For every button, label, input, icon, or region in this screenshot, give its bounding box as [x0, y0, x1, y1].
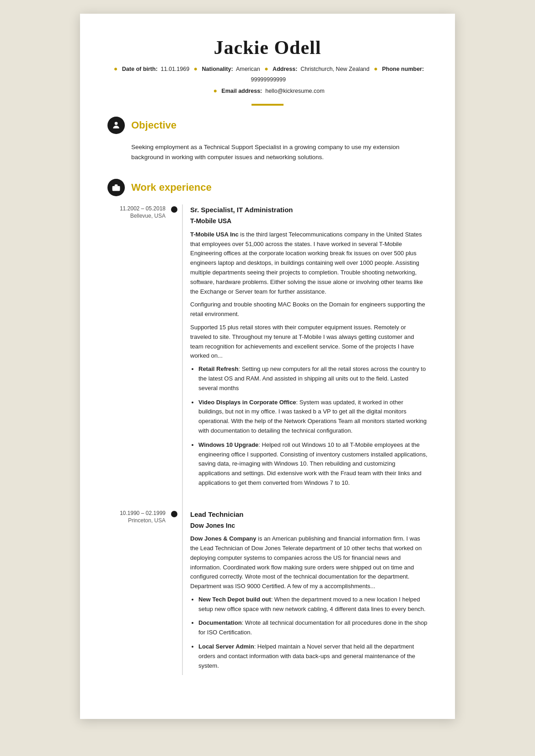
objective-section: Objective Seeking employment as a Techni…	[107, 117, 428, 163]
entry-2-desc: Dow Jones & Company is an American publi…	[190, 534, 428, 591]
objective-icon	[107, 117, 125, 134]
resume-header: Jackie Odell ● Date of birth: 11.01.1969…	[107, 37, 428, 106]
entry-1-dates: 11.2002 – 05.2018	[107, 205, 166, 212]
dob-value: 11.01.1969	[161, 66, 190, 72]
entry-1-meta: 11.2002 – 05.2018 Bellevue, USA	[107, 204, 174, 492]
svg-point-0	[115, 122, 118, 125]
entry-1-content: Sr. Specialist, IT Administration T-Mobi…	[180, 204, 428, 492]
person-svg	[112, 121, 121, 130]
nationality-value: American	[236, 66, 260, 72]
bullet-1-1: Retail Refresh: Setting up new computers…	[198, 365, 428, 393]
bullet-1-3: Windows 10 Upgrade: Helped roll out Wind…	[198, 440, 428, 488]
work-entry-1: 11.2002 – 05.2018 Bellevue, USA Sr. Spec…	[107, 204, 428, 492]
entry-2-job-title: Lead Technician	[190, 509, 428, 520]
entry-2-dot	[171, 511, 177, 517]
entry-2-content: Lead Technician Dow Jones Inc Dow Jones …	[180, 509, 428, 676]
candidate-name: Jackie Odell	[107, 37, 428, 59]
objective-text: Seeking employment as a Technical Suppor…	[131, 142, 428, 163]
objective-title: Objective	[131, 119, 177, 131]
entry-1-job-title: Sr. Specialist, IT Administration	[190, 204, 428, 215]
entry-2-company: Dow Jones Inc	[190, 520, 428, 531]
entry-2-location: Princeton, USA	[107, 517, 166, 524]
dot1: ●	[114, 65, 118, 72]
dob-label: Date of birth:	[122, 66, 158, 72]
phone-label: Phone number:	[382, 66, 424, 72]
email-value: hello@kickresume.com	[265, 88, 324, 94]
entry-2-company-bold: Dow Jones & Company	[190, 535, 256, 542]
work-experience-header: Work experience	[107, 179, 428, 196]
bullet-1-1-title: Retail Refresh	[198, 365, 238, 372]
bullet-1-2: Video Displays in Corporate Office: Syst…	[198, 398, 428, 436]
work-entry-2: 10.1990 – 02.1999 Princeton, USA Lead Te…	[107, 509, 428, 676]
entry-1-desc3: Supported 15 plus retail stores with the…	[190, 323, 428, 361]
email-label: Email address:	[221, 88, 262, 94]
work-entries: 11.2002 – 05.2018 Bellevue, USA Sr. Spec…	[107, 204, 428, 675]
bullet-2-1-title: New Tech Depot build out	[198, 596, 271, 603]
briefcase-svg	[112, 183, 121, 192]
bullet-1-2-title: Video Displays in Corporate Office	[198, 399, 296, 406]
entry-1-dot	[171, 206, 177, 213]
entry-1-desc: T-Mobile USA Inc is the third largest Te…	[190, 230, 428, 297]
bullet-2-1: New Tech Depot build out: When the depar…	[198, 595, 428, 614]
entry-1-company: T-Mobile USA	[190, 216, 428, 226]
nationality-label: Nationality:	[202, 66, 233, 72]
contact-bar: ● Date of birth: 11.01.1969 ● Nationalit…	[107, 63, 428, 97]
bullet-1-3-title: Windows 10 Upgrade	[198, 441, 258, 448]
dot4: ●	[374, 65, 378, 72]
entry-2-meta: 10.1990 – 02.1999 Princeton, USA	[107, 509, 174, 676]
entry-1-bullets: Retail Refresh: Setting up new computers…	[198, 365, 428, 488]
dot3: ●	[264, 65, 268, 72]
divider	[251, 104, 284, 106]
entry-2-bullets: New Tech Depot build out: When the depar…	[198, 595, 428, 671]
objective-header: Objective	[107, 117, 428, 134]
entry-1-desc2: Configuring and trouble shooting MAC Boo…	[190, 300, 428, 319]
bullet-2-3-title: Local Server Admin	[198, 643, 254, 650]
work-experience-title: Work experience	[131, 182, 212, 193]
bullet-2-2-title: Documentation	[198, 619, 242, 626]
dot5: ●	[213, 87, 217, 94]
work-icon	[107, 179, 125, 196]
dot2: ●	[194, 65, 198, 72]
bullet-2-2: Documentation: Wrote all technical docum…	[198, 618, 428, 638]
entry-2-dates: 10.1990 – 02.1999	[107, 510, 166, 516]
address-label: Address:	[273, 66, 297, 72]
entry-1-company-bold: T-Mobile USA Inc	[190, 231, 239, 238]
phone-value: 99999999999	[251, 76, 286, 83]
entry-1-location: Bellevue, USA	[107, 213, 166, 219]
objective-content: Seeking employment as a Technical Suppor…	[131, 142, 428, 163]
resume-page: Jackie Odell ● Date of birth: 11.01.1969…	[80, 14, 455, 719]
address-value: Christchurch, New Zealand	[300, 66, 369, 72]
bullet-2-3: Local Server Admin: Helped maintain a No…	[198, 642, 428, 670]
work-experience-section: Work experience 11.2002 – 05.2018 Bellev…	[107, 179, 428, 675]
